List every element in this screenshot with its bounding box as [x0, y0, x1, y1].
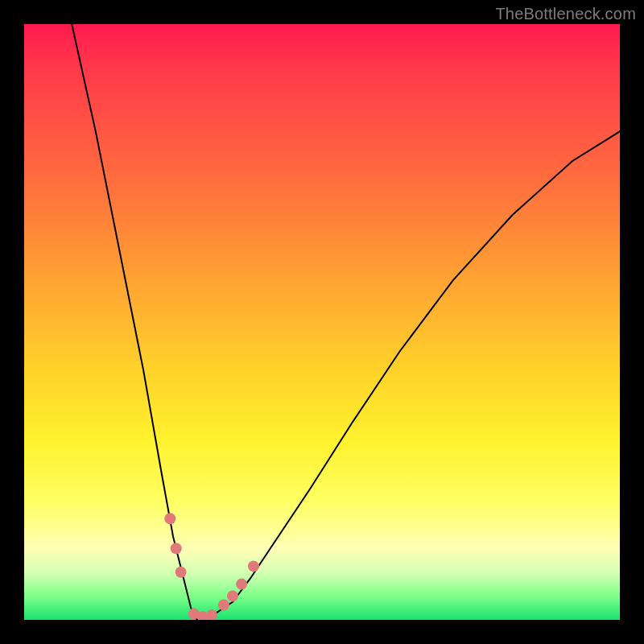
- bottleneck-curve: [72, 24, 620, 620]
- marker-dot: [171, 543, 182, 554]
- chart-outer-frame: TheBottleneck.com: [0, 0, 644, 644]
- marker-dot: [218, 600, 229, 611]
- marker-dot: [248, 560, 259, 572]
- marker-dot: [236, 579, 247, 590]
- marker-layer: [164, 513, 259, 620]
- marker-dot: [164, 513, 175, 524]
- marker-dot: [227, 590, 238, 601]
- watermark-text: TheBottleneck.com: [495, 5, 636, 23]
- marker-dot: [206, 609, 217, 620]
- plot-area: [24, 24, 620, 620]
- marker-dot: [175, 567, 187, 578]
- curve-layer: [24, 24, 620, 620]
